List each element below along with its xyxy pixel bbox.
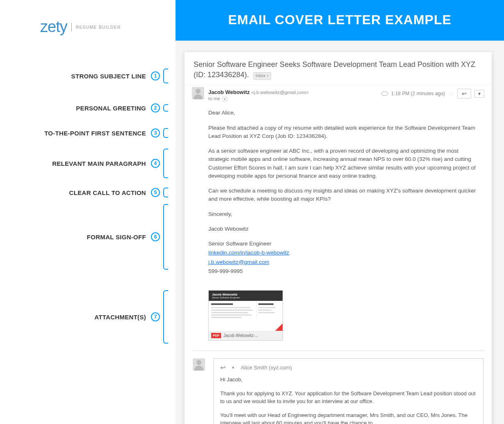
avatar-icon [193,358,205,371]
bracket-icon [163,204,168,270]
linkedin-link[interactable]: linkedin.com/in/jacob-b-webowitz [208,250,289,256]
logo-brand: zety [40,18,67,36]
anno-label-3: TO-THE-POINT FIRST SENTENCE [44,130,146,137]
email-subject: Senior Software Engineer Seeks Software … [185,52,492,85]
logo-divider [71,23,72,32]
inbox-tag-label: Inbox [255,73,265,78]
logo: zety RESUME BUILDER [0,0,176,36]
greeting: Dear Alice, [208,109,479,117]
sender-row: Jacob Webowitz <j.b.webowitz@gmail.com> … [185,85,492,101]
signature-title: Senior Software Engineer [208,240,479,248]
bracket-icon [163,104,168,112]
paragraph-3: Can we schedule a meeting to discuss my … [208,187,479,204]
avatar-icon [192,87,204,99]
reply-greeting: Hi Jacob, [220,376,477,384]
inbox-tag[interactable]: Inboxx [253,72,271,80]
more-button[interactable]: ▼ [474,90,484,98]
anno-num-3: 3 [151,128,160,138]
reply-section: ↩ ▼ Alice Smith (xyz.com) Hi Jacob, Than… [185,351,492,424]
sender-name: Jacob Webowitz [208,89,250,95]
bracket-icon [163,69,168,83]
subject-text: Senior Software Engineer Seeks Software … [194,60,475,79]
pdf-badge: PDF [211,333,221,338]
signature-name: Jacob Webowitz [208,225,479,233]
reply-box[interactable]: ↩ ▼ Alice Smith (xyz.com) Hi Jacob, Than… [213,358,483,424]
reply-to: Alice Smith (xyz.com) [241,364,292,371]
attach-preview-name: Jacob Webowitz [212,293,279,296]
anno-label-2: PERSONAL GREETING [76,105,146,112]
bracket-icon [163,290,168,344]
sender-email: <j.b.webowitz@gmail.com> [251,90,309,95]
email-card: Senior Software Engineer Seeks Software … [185,52,492,424]
fold-icon [275,323,283,331]
bracket-icon [163,188,168,197]
anno-label-6: FORMAL SIGN-OFF [87,234,146,241]
chevron-down-icon[interactable]: ▼ [231,366,235,370]
to-me[interactable]: to me ▾ [208,96,381,101]
paragraph-2: As a senior software engineer at ABC Inc… [208,147,479,180]
attach-preview-sub: Senior Software Engineer [212,296,279,299]
attachment-preview[interactable]: Jacob Webowitz Senior Software Engineer [208,290,283,341]
anno-label-7: ATTACHMENT(S) [94,314,146,321]
reply-p1: Thank you for applying to XYZ. Your appl… [220,390,477,406]
bracket-icon [163,149,168,178]
anno-label-4: RELEVANT MAIN PARAGRAPH [52,160,146,167]
anno-label-5: CLEAR CALL TO ACTION [69,189,146,196]
bracket-icon [163,128,168,138]
chevron-down-icon[interactable]: ▾ [222,97,227,101]
signoff: Sincerely, [208,210,479,218]
star-icon[interactable]: ☆ [448,90,454,98]
attachment-filename: Jacob-Webowitz-... [223,333,258,338]
paragraph-1: Please find attached a copy of my resume… [208,124,479,141]
email-body: Dear Alice, Please find attached a copy … [185,101,492,290]
banner-title: EMAIL COVER LETTER EXAMPLE [176,0,504,41]
anno-num-5: 5 [151,188,160,197]
phone: 599-999-9995 [208,267,479,275]
reply-arrow-icon[interactable]: ↩ [220,364,226,371]
anno-num-6: 6 [151,232,160,241]
anno-label-1: STRONG SUBJECT LINE [71,73,146,80]
logo-subtitle: RESUME BUILDER [76,25,121,30]
timestamp: 1:18 PM (2 minutes ago) [391,91,445,96]
inbox-tag-close[interactable]: x [267,73,269,78]
anno-num-4: 4 [151,159,160,168]
anno-num-2: 2 [151,103,160,112]
to-me-label: to me [208,96,220,101]
anno-num-1: 1 [151,71,160,80]
reply-button[interactable]: ↩ [457,89,471,99]
email-link[interactable]: j.b.webowitz@gmail.com [208,259,269,265]
attachment-icon [381,92,388,96]
reply-p2: You'll meet with our Head of Engineering… [220,411,477,424]
anno-num-7: 7 [151,312,160,321]
